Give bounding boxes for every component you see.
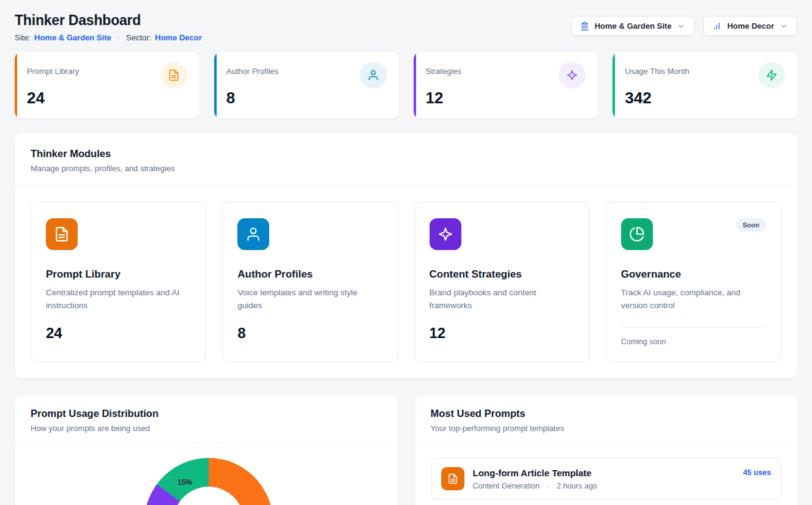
prompt-list: Long-form Article Template Content Gener… xyxy=(415,443,798,505)
module-count: 24 xyxy=(46,325,191,342)
most-used-prompts-panel: Most Used Prompts Your top-performing pr… xyxy=(415,396,798,505)
sector-label: Sector: xyxy=(126,33,151,42)
stat-value: 12 xyxy=(426,89,586,108)
document-icon xyxy=(441,467,464,490)
accent-bar xyxy=(414,52,416,119)
page-header: Thinker Dashboard Site: Home & Garden Si… xyxy=(15,12,797,42)
sector-selector-label: Home Decor xyxy=(727,21,774,31)
prompts-panel-header: Most Used Prompts Your top-performing pr… xyxy=(415,396,798,443)
stat-label: Author Profiles xyxy=(226,67,278,76)
prompt-category: Content Generation xyxy=(473,482,540,490)
document-icon xyxy=(160,62,187,89)
prompts-panel-subtitle: Your top-performing prompt templates xyxy=(431,424,782,433)
pie-chart-icon xyxy=(621,218,653,250)
site-label: Site: xyxy=(15,33,31,42)
module-description: Brand playbooks and content frameworks xyxy=(430,287,575,312)
bar-chart-icon xyxy=(712,21,721,31)
stat-card-strategies: Strategies 12 xyxy=(414,52,598,119)
stat-value: 342 xyxy=(625,89,785,108)
user-icon xyxy=(360,62,387,89)
prompt-item-body: Long-form Article Template Content Gener… xyxy=(473,467,735,490)
stats-row: Prompt Library 24 Author Profiles 8 Stra… xyxy=(15,52,797,119)
module-title: Governance xyxy=(621,268,766,281)
stat-label: Usage This Month xyxy=(625,67,689,76)
site-selector-label: Home & Garden Site xyxy=(595,21,672,31)
sector-selector-dropdown[interactable]: Home Decor xyxy=(703,16,797,36)
module-card-governance[interactable]: Soon Governance Track AI usage, complian… xyxy=(606,202,781,363)
prompt-list-item[interactable]: Long-form Article Template Content Gener… xyxy=(431,458,782,499)
sparkle-icon xyxy=(430,218,461,250)
module-card-author-profiles[interactable]: Author Profiles Voice templates and writ… xyxy=(222,202,398,363)
bottom-panels: Prompt Usage Distribution How your promp… xyxy=(15,396,797,505)
module-description: Centralized prompt templates and AI inst… xyxy=(46,287,191,312)
module-count: 8 xyxy=(237,325,382,342)
sector-link[interactable]: Home Decor xyxy=(155,33,202,42)
donut-percent-label: 15% xyxy=(177,478,192,487)
usage-panel-subtitle: How your prompts are being used xyxy=(31,424,382,433)
usage-panel-header: Prompt Usage Distribution How your promp… xyxy=(15,396,398,443)
modules-section-header: Thinker Modules Manage prompts, profiles… xyxy=(15,133,797,186)
module-count: 12 xyxy=(430,325,575,342)
chevron-down-icon xyxy=(780,22,788,31)
prompt-time: 2 hours ago xyxy=(557,482,597,490)
landmark-icon xyxy=(580,21,589,31)
separator-dot: · xyxy=(547,482,549,490)
zap-icon xyxy=(758,62,785,89)
site-sector-breadcrumb: Site: Home & Garden Site · Sector: Home … xyxy=(15,33,202,42)
prompt-title: Long-form Article Template xyxy=(473,468,735,478)
module-title: Author Profiles xyxy=(237,268,382,281)
donut-chart-area: 15% xyxy=(15,443,398,505)
stat-label: Strategies xyxy=(426,67,462,76)
module-title: Content Strategies xyxy=(430,268,575,281)
stat-card-author-profiles: Author Profiles 8 xyxy=(214,52,399,119)
modules-grid: Prompt Library Centralized prompt templa… xyxy=(15,186,797,378)
stat-label: Prompt Library xyxy=(27,67,79,76)
prompt-uses-badge: 45 uses xyxy=(743,468,771,477)
accent-bar xyxy=(15,52,17,119)
chevron-down-icon xyxy=(677,22,685,31)
selector-group: Home & Garden Site Home Decor xyxy=(571,16,797,36)
prompt-usage-panel: Prompt Usage Distribution How your promp… xyxy=(15,396,398,505)
module-card-prompt-library[interactable]: Prompt Library Centralized prompt templa… xyxy=(31,202,206,363)
page-title: Thinker Dashboard xyxy=(15,12,202,29)
stat-value: 8 xyxy=(226,89,387,108)
prompts-panel-title: Most Used Prompts xyxy=(431,408,782,419)
soon-badge: Soon xyxy=(736,218,767,232)
accent-bar xyxy=(214,52,217,119)
donut-chart[interactable]: 15% xyxy=(144,458,273,505)
user-icon xyxy=(237,218,269,250)
usage-panel-title: Prompt Usage Distribution xyxy=(31,408,382,419)
donut-hole xyxy=(173,487,244,505)
stat-value: 24 xyxy=(27,89,187,108)
thinker-modules-section: Thinker Modules Manage prompts, profiles… xyxy=(15,133,797,378)
accent-bar xyxy=(613,52,615,119)
site-link[interactable]: Home & Garden Site xyxy=(34,33,111,42)
dashboard-page: Thinker Dashboard Site: Home & Garden Si… xyxy=(0,0,812,505)
divider xyxy=(621,327,766,328)
modules-section-title: Thinker Modules xyxy=(31,148,781,160)
coming-soon-text: Coming soon xyxy=(621,337,766,346)
document-icon xyxy=(46,218,78,250)
module-description: Track AI usage, compliance, and version … xyxy=(621,287,766,312)
title-block: Thinker Dashboard Site: Home & Garden Si… xyxy=(15,12,202,42)
module-description: Voice templates and writing style guides xyxy=(237,287,382,312)
module-card-content-strategies[interactable]: Content Strategies Brand playbooks and c… xyxy=(414,202,590,363)
stat-card-prompt-library: Prompt Library 24 xyxy=(15,52,199,119)
sparkle-icon xyxy=(559,62,586,89)
stat-card-usage: Usage This Month 342 xyxy=(613,52,797,119)
modules-section-subtitle: Manage prompts, profiles, and strategies xyxy=(31,164,781,173)
site-selector-dropdown[interactable]: Home & Garden Site xyxy=(571,16,695,36)
prompt-meta: Content Generation · 2 hours ago xyxy=(473,482,735,490)
separator-dot: · xyxy=(117,33,120,42)
module-title: Prompt Library xyxy=(46,268,191,281)
